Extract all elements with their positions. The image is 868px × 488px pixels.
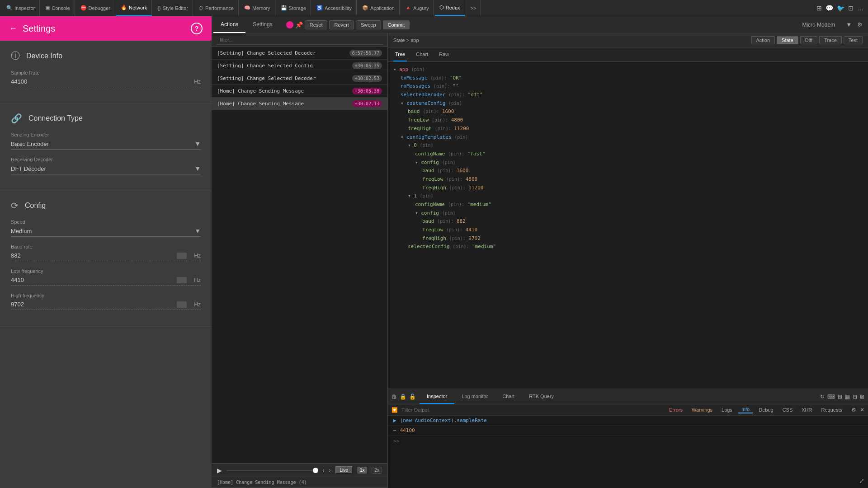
tab-redux[interactable]: ⬡ Redux <box>435 0 465 16</box>
toggle-config0[interactable]: ▾ <box>415 160 421 165</box>
tab-augury[interactable]: 🔺 Augury <box>401 0 434 16</box>
sweep-button[interactable]: Sweep <box>356 20 381 29</box>
filter-input[interactable] <box>216 35 383 45</box>
logs-filter-btn[interactable]: Logs <box>718 407 736 413</box>
settings-back-button[interactable]: ← <box>9 24 17 33</box>
grid1-icon[interactable]: ⊞ <box>838 394 842 400</box>
tab-storage[interactable]: 💾 Storage <box>276 0 311 16</box>
receiving-decoder-arrow: ▼ <box>194 165 201 172</box>
tab-style-editor[interactable]: {} Style Editor <box>153 0 193 16</box>
tree-line-configtemplates: ▾ configTemplates (pin) <box>393 133 863 142</box>
live-button[interactable]: Live <box>335 466 353 474</box>
toggle-app[interactable]: ▾ <box>393 66 399 72</box>
settings-help-button[interactable]: ? <box>191 23 203 34</box>
action-name-0: [Setting] Change Selected Decoder <box>217 50 316 56</box>
record-button[interactable] <box>286 21 293 28</box>
redux-main-content: [Setting] Change Selected Decoder 6:57:5… <box>212 33 868 488</box>
info-filter-btn[interactable]: Info <box>738 406 753 413</box>
chat-icon[interactable]: 💬 <box>826 5 833 12</box>
action-view-btn[interactable]: Action <box>751 36 775 44</box>
action-item-4[interactable]: [Home] Change Sending Message +30:02.13 <box>212 98 387 110</box>
receiving-decoder-select[interactable]: DFT Decoder ▼ <box>11 165 201 174</box>
warnings-filter-btn[interactable]: Warnings <box>688 407 716 413</box>
connection-type-title: Connection Type <box>28 114 83 122</box>
action-item-1[interactable]: [Setting] Change Selected Config +30:05.… <box>212 60 387 72</box>
requests-filter-btn[interactable]: Requests <box>818 407 846 413</box>
action-time-3: +30:05.38 <box>352 88 382 94</box>
redux-tab-actions[interactable]: Actions <box>213 16 245 33</box>
debug-filter-btn[interactable]: Debug <box>755 407 777 413</box>
console-tab-inspector[interactable]: Inspector <box>420 389 454 404</box>
test-view-btn[interactable]: Test <box>844 36 863 44</box>
lock-icon[interactable]: 🔒 <box>400 394 406 400</box>
sample-rate-unit: Hz <box>194 79 201 85</box>
playback-track[interactable] <box>226 470 318 471</box>
grid-icon[interactable]: ⊞ <box>816 5 822 12</box>
toggle-costumeconfig[interactable]: ▾ <box>401 100 406 106</box>
commit-button[interactable]: Commit <box>383 20 410 29</box>
speed-select[interactable]: Medium ▼ <box>11 227 201 237</box>
grid4-icon[interactable]: ⊠ <box>860 394 864 400</box>
toggle-1[interactable]: ▾ <box>408 193 414 199</box>
baud-rate-checkbox[interactable] <box>177 253 187 259</box>
tab-more[interactable]: >> <box>466 0 481 16</box>
subtab-raw[interactable]: Raw <box>437 47 451 61</box>
action-item-2[interactable]: [Setting] Change Selected Decoder +30:02… <box>212 72 387 85</box>
trash-icon[interactable]: 🗑 <box>392 394 397 400</box>
low-freq-checkbox[interactable] <box>177 277 187 283</box>
grid3-icon[interactable]: ⊟ <box>853 394 857 400</box>
settings-cog-icon[interactable]: ⚙ <box>851 407 856 413</box>
tab-debugger[interactable]: ⛔ Debugger <box>76 0 115 16</box>
console-tab-log-monitor[interactable]: Log monitor <box>454 389 495 404</box>
sending-encoder-select[interactable]: Basic Encoder ▼ <box>11 140 201 150</box>
tab-inspector[interactable]: 🔍 Inspector <box>2 0 40 16</box>
chevron-down-icon[interactable]: ▼ <box>844 21 854 28</box>
tab-accessibility[interactable]: ♿ Accessibility <box>312 0 357 16</box>
terminal-icon[interactable]: ⌨ <box>827 394 835 400</box>
revert-button[interactable]: Revert <box>329 20 354 29</box>
xhr-filter-btn[interactable]: XHR <box>798 407 816 413</box>
trace-view-btn[interactable]: Trace <box>819 36 842 44</box>
tab-performance[interactable]: ⏱ Performance <box>194 0 239 16</box>
redux-tab-settings[interactable]: Settings <box>245 16 279 33</box>
css-filter-btn[interactable]: CSS <box>779 407 797 413</box>
tab-application[interactable]: 📦 Application <box>358 0 400 16</box>
console-prompt-area[interactable]: >> <box>388 436 868 447</box>
pin-button[interactable]: 📌 <box>295 21 303 28</box>
expand-icon[interactable]: ⊡ <box>848 5 854 12</box>
speed-2x-button[interactable]: 2x <box>372 467 382 474</box>
tree-line-selectedconfig: selectedConfig (pin): "medium" <box>393 243 863 251</box>
high-freq-checkbox[interactable] <box>177 301 187 308</box>
console-filter-input[interactable] <box>401 407 662 413</box>
unlock-icon[interactable]: 🔓 <box>409 394 416 400</box>
subtab-chart[interactable]: Chart <box>414 47 430 61</box>
state-view-btn[interactable]: State <box>777 36 798 44</box>
diff-view-btn[interactable]: Diff <box>800 36 817 44</box>
toggle-0[interactable]: ▾ <box>408 142 414 148</box>
settings-icon[interactable]: ⚙ <box>855 21 864 28</box>
toggle-config1[interactable]: ▾ <box>415 210 421 216</box>
console-tab-chart[interactable]: Chart <box>495 389 522 404</box>
tab-console[interactable]: ▣ Console <box>41 0 75 16</box>
more-icon[interactable]: … <box>857 5 863 12</box>
step-back-button[interactable]: ‹ <box>323 467 325 474</box>
subtab-tree[interactable]: Tree <box>393 47 407 61</box>
speed-1x-button[interactable]: 1x <box>357 467 368 474</box>
tree-line-freqlow3: freqLow (pin): 4410 <box>393 226 863 235</box>
console-tab-rtk-query[interactable]: RTK Query <box>522 389 561 404</box>
errors-filter-btn[interactable]: Errors <box>665 407 686 413</box>
close-icon[interactable]: ✕ <box>860 407 864 413</box>
step-forward-button[interactable]: › <box>329 467 331 474</box>
grid2-icon[interactable]: ▦ <box>845 394 850 400</box>
sample-rate-value-row: 44100 Hz <box>11 78 201 87</box>
refresh-icon[interactable]: ↻ <box>820 394 825 400</box>
reset-button[interactable]: Reset <box>305 20 328 29</box>
expand-console-icon[interactable]: ⤢ <box>859 477 864 484</box>
action-item-3[interactable]: [Home] Change Sending Message +30:05.38 <box>212 85 387 98</box>
tab-firefox[interactable]: 🔥 Network <box>116 0 152 16</box>
action-item-0[interactable]: [Setting] Change Selected Decoder 6:57:5… <box>212 47 387 60</box>
play-button[interactable]: ▶ <box>217 467 222 474</box>
tab-memory[interactable]: 🧠 Memory <box>240 0 275 16</box>
toggle-configtemplates[interactable]: ▾ <box>401 134 406 140</box>
twitter-icon[interactable]: 🐦 <box>837 5 844 12</box>
